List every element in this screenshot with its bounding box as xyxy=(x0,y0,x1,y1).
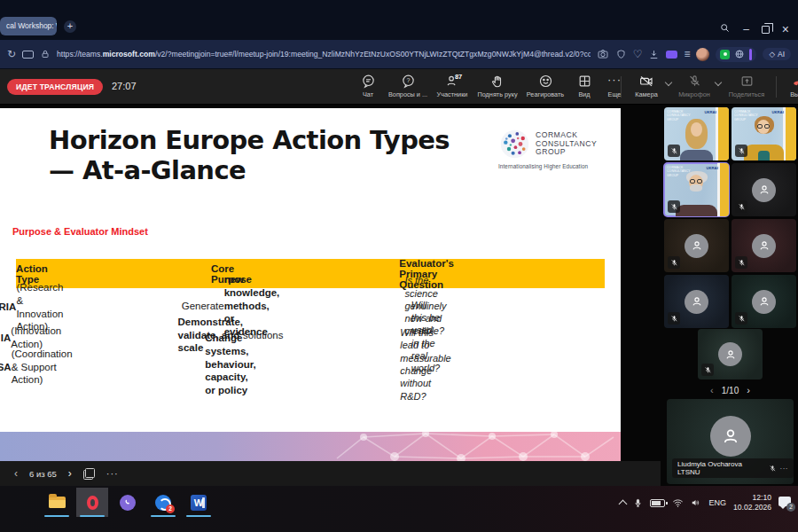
opera-browser-button[interactable] xyxy=(76,488,108,517)
reload-icon[interactable]: ↻ xyxy=(7,48,16,60)
close-button[interactable]: × xyxy=(782,24,789,35)
meeting-stage: Horizon Europe Action Types — At-a-Glanc… xyxy=(0,105,798,486)
mic-button[interactable]: Микрофон xyxy=(673,73,716,99)
pager-position: 1/10 xyxy=(722,386,739,395)
mic-muted-badge xyxy=(735,200,747,213)
slide-more-options[interactable]: ··· xyxy=(106,468,119,479)
participants-button[interactable]: 87 Участники xyxy=(431,73,473,99)
messaging-app-button[interactable]: 2 xyxy=(147,488,179,517)
leave-button[interactable]: Выйти xyxy=(782,73,798,99)
tray-expand-chevron[interactable] xyxy=(619,500,628,509)
smiley-icon xyxy=(538,74,553,89)
browser-address-bar: ↻ https://teams.microsoft.com/v2/?meetin… xyxy=(0,40,798,69)
slide-section-heading: Purpose & Evaluator Mindset xyxy=(12,226,148,237)
question-bubble-icon: ? xyxy=(401,74,416,89)
extensions-group[interactable] xyxy=(716,47,756,62)
folder-icon xyxy=(49,497,66,508)
minimize-button[interactable]: – xyxy=(743,24,749,35)
tray-mic-icon[interactable] xyxy=(633,497,643,509)
viber-button[interactable] xyxy=(112,488,144,517)
windows-taskbar: 2 W ENG 12:10 10.02.2026 2 xyxy=(0,486,798,532)
camera-off-icon xyxy=(638,74,654,89)
adblock-icon[interactable] xyxy=(720,50,730,59)
table-row: IA (Innovation Action) Demonstrate, vali… xyxy=(16,317,605,347)
raise-hand-icon xyxy=(490,74,505,89)
ccg-logo: CORMACK CONSULTANCY GROUP Internationali… xyxy=(498,128,615,169)
tab-media-icon[interactable] xyxy=(22,51,34,59)
new-tab-button[interactable]: + xyxy=(64,20,76,33)
favorites-heart-icon[interactable]: ♡ xyxy=(633,48,643,60)
download-icon[interactable] xyxy=(648,49,660,60)
url-text[interactable]: https://teams.microsoft.com/v2/?meetingj… xyxy=(57,50,591,59)
virtual-bg-banner xyxy=(718,107,729,160)
language-indicator[interactable]: ENG xyxy=(708,498,726,507)
viber-icon xyxy=(120,495,136,511)
share-screen-icon xyxy=(739,74,755,89)
slide-footer-band xyxy=(0,432,621,461)
time: 12:10 xyxy=(733,493,771,503)
avatar xyxy=(710,416,751,457)
volume-icon[interactable] xyxy=(691,497,701,508)
share-button[interactable]: Поделиться xyxy=(723,73,771,99)
participant-more-options[interactable]: ··· xyxy=(780,465,789,473)
wifi-icon[interactable] xyxy=(672,498,684,508)
ccg-tagline: Internationalising Higher Education xyxy=(498,163,615,169)
menu-icon[interactable]: ≡ xyxy=(684,48,690,60)
prev-slide-button[interactable]: ‹ xyxy=(14,467,18,480)
participant-avatar-tile[interactable] xyxy=(732,275,796,328)
sparkle-icon: ◇ xyxy=(769,50,775,59)
participant-video-tile[interactable]: CORMACKCONSULTANCYGROUP UKRAI xyxy=(664,107,729,160)
mic-muted-badge xyxy=(668,145,680,157)
table-header-row: Action Type Core Purpose Evaluator's Pri… xyxy=(16,259,605,288)
slide-thumbnails-icon[interactable] xyxy=(83,468,95,480)
pager-prev-button[interactable]: ‹ xyxy=(710,385,714,395)
participant-avatar-tile[interactable] xyxy=(698,329,763,379)
participant-video-tile[interactable]: CORMACKCONSULTANCYGROUP UKRAI xyxy=(732,107,796,160)
slide-nav-bar: ‹ 6 из 65 › ··· xyxy=(0,461,661,486)
clock[interactable]: 12:10 10.02.2026 xyxy=(733,493,771,512)
chat-button[interactable]: Чат xyxy=(351,73,385,99)
questions-button[interactable]: ? Вопросы и ... xyxy=(385,73,431,99)
camera-options-chevron[interactable] xyxy=(665,79,672,86)
battery-icon[interactable] xyxy=(650,499,665,507)
view-button[interactable]: Вид xyxy=(569,73,599,99)
table-row: RIA (Research & Innovation Action) Gener… xyxy=(16,288,605,317)
featured-participant-tile[interactable]: Liudmyla Ovcharova LTSNU ··· xyxy=(667,399,794,484)
mic-options-chevron[interactable] xyxy=(715,79,722,86)
participant-avatar-tile[interactable] xyxy=(664,275,729,328)
avatar xyxy=(752,178,776,202)
shield-icon[interactable] xyxy=(615,49,627,60)
mic-muted-icon xyxy=(769,465,777,473)
participant-avatar-tile[interactable] xyxy=(732,219,796,272)
participants-count-badge: 87 xyxy=(455,73,462,81)
participant-name: Liudmyla Ovcharova LTSNU xyxy=(677,460,765,476)
restore-button[interactable] xyxy=(762,26,770,34)
ccg-globe-icon xyxy=(498,128,531,160)
participant-avatar-tile[interactable] xyxy=(664,219,729,272)
app-notification-badge: 2 xyxy=(166,505,175,513)
camera-button[interactable]: Камера xyxy=(627,73,666,99)
react-button[interactable]: Реагировать xyxy=(521,73,569,99)
browser-search-icon[interactable] xyxy=(719,21,731,37)
participant-video-tile-active[interactable]: CORMACKCONSULTANCYGROUP UKRAI xyxy=(664,163,729,216)
virtual-bg-banner xyxy=(786,107,796,160)
extension-icon[interactable] xyxy=(666,51,677,59)
next-slide-button[interactable]: › xyxy=(68,467,72,480)
svg-text:?: ? xyxy=(406,77,410,84)
file-explorer-button[interactable] xyxy=(41,488,73,517)
lock-icon xyxy=(40,49,51,59)
notification-center-button[interactable]: 2 xyxy=(778,497,793,509)
participants-pager: ‹ 1/10 › xyxy=(662,385,798,395)
raise-hand-button[interactable]: Поднять руку xyxy=(473,73,521,99)
screenshot-icon[interactable] xyxy=(597,48,609,60)
mic-muted-badge xyxy=(668,200,680,213)
globe-icon[interactable] xyxy=(734,49,745,59)
profile-avatar[interactable] xyxy=(696,48,709,61)
meeting-device-controls: Камера Микрофон Поделиться Выйти xyxy=(615,73,798,99)
word-button[interactable]: W xyxy=(183,488,215,517)
browser-tab[interactable]: cal Workshop: W xyxy=(0,17,57,35)
sidebar-toggle-icon[interactable] xyxy=(749,49,752,60)
ai-button[interactable]: ◇AI xyxy=(763,48,791,60)
participant-avatar-tile[interactable] xyxy=(732,163,796,216)
pager-next-button[interactable]: › xyxy=(747,385,750,395)
